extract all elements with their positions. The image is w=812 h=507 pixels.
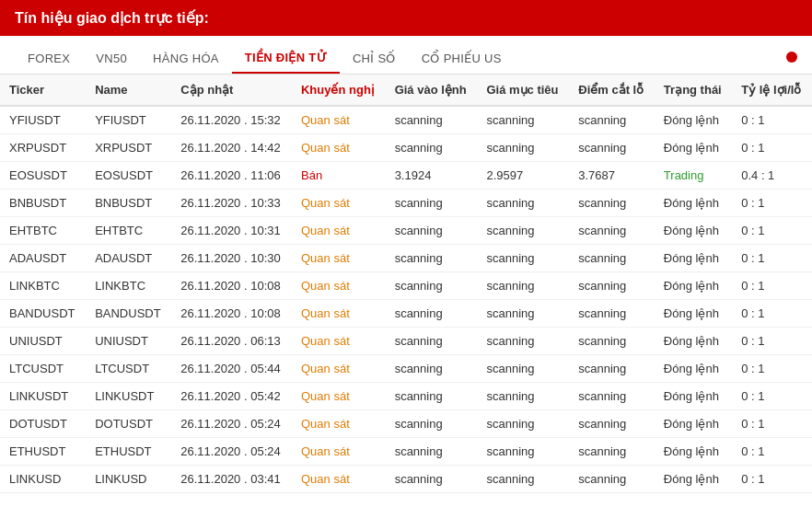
cell-diemCatLo: scanning	[569, 245, 655, 272]
tab-vn50[interactable]: VN50	[83, 44, 140, 73]
cell-ticker: ADAUSDT	[0, 245, 86, 272]
cell-tyLeLoiLo: 0 : 1	[732, 217, 812, 245]
cell-name: LINKBTC	[86, 272, 171, 300]
cell-tyLeLoiLo: 0 : 1	[732, 466, 812, 493]
cell-khuyenNghi: Quan sát	[292, 466, 386, 493]
cell-tyLeLoiLo: 0 : 1	[732, 106, 812, 134]
table-row[interactable]: BNBUSDTBNBUSDT26.11.2020 . 10:33Quan sát…	[0, 190, 812, 217]
cell-diemCatLo: scanning	[569, 217, 655, 245]
table-row[interactable]: LTCUSDTLTCUSDT26.11.2020 . 05:44Quan sát…	[0, 355, 812, 383]
cell-trangThai: Trading	[655, 162, 732, 190]
cell-trangThai: Đóng lệnh	[655, 328, 732, 355]
cell-khuyenNghi: Quan sát	[292, 438, 386, 466]
cell-name: EHTBTC	[86, 217, 171, 245]
cell-diemCatLo: 3.7687	[569, 162, 655, 190]
col-header-trangThai: Trạng thái	[655, 75, 732, 106]
cell-giaMucTieu: scanning	[477, 134, 569, 162]
cell-giaVaoLenh: 3.1924	[386, 162, 478, 190]
table-row[interactable]: EHTBTCEHTBTC26.11.2020 . 10:31Quan sátsc…	[0, 217, 812, 245]
cell-name: XRPUSDT	[86, 134, 171, 162]
cell-capNhat: 26.11.2020 . 05:24	[171, 410, 292, 438]
cell-diemCatLo: scanning	[569, 272, 655, 300]
table-row[interactable]: DOTUSDTDOTUSDT26.11.2020 . 05:24Quan sát…	[0, 410, 812, 438]
cell-capNhat: 26.11.2020 . 10:30	[171, 245, 292, 272]
col-header-tyLeLoiLo: Tỷ lệ lợi/lỗ	[732, 75, 812, 106]
table-row[interactable]: LINKUSDLINKUSD26.11.2020 . 03:41Quan sát…	[0, 466, 812, 493]
cell-tyLeLoiLo: 0 : 1	[732, 300, 812, 328]
live-indicator	[786, 52, 797, 63]
col-header-name: Name	[86, 75, 171, 106]
table-row[interactable]: XRPUSDTXRPUSDT26.11.2020 . 14:42Quan sát…	[0, 134, 812, 162]
cell-giaVaoLenh: scanning	[386, 438, 478, 466]
cell-giaVaoLenh: scanning	[386, 217, 478, 245]
cell-tyLeLoiLo: 0 : 1	[732, 355, 812, 383]
cell-giaMucTieu: 2.9597	[477, 162, 569, 190]
cell-name: DOTUSDT	[86, 410, 171, 438]
cell-capNhat: 26.11.2020 . 05:42	[171, 383, 292, 410]
tab-chiSo[interactable]: CHỈ SỐ	[340, 44, 409, 73]
table-row[interactable]: ADAUSDTADAUSDT26.11.2020 . 10:30Quan sát…	[0, 245, 812, 272]
cell-giaVaoLenh: scanning	[386, 272, 478, 300]
cell-capNhat: 26.11.2020 . 10:08	[171, 300, 292, 328]
cell-trangThai: Đóng lệnh	[655, 438, 732, 466]
cell-giaVaoLenh: scanning	[386, 134, 478, 162]
cell-giaMucTieu: scanning	[477, 217, 569, 245]
cell-giaMucTieu: scanning	[477, 410, 569, 438]
cell-trangThai: Đóng lệnh	[655, 300, 732, 328]
cell-khuyenNghi: Quan sát	[292, 355, 386, 383]
cell-giaVaoLenh: scanning	[386, 106, 478, 134]
cell-giaMucTieu: scanning	[477, 190, 569, 217]
cell-name: LTCUSDT	[86, 355, 171, 383]
table-row[interactable]: LINKUSDTLINKUSDT26.11.2020 . 05:42Quan s…	[0, 383, 812, 410]
cell-khuyenNghi: Quan sát	[292, 300, 386, 328]
table-head: TickerNameCập nhậtKhuyến nghịGiá vào lện…	[0, 75, 812, 106]
cell-ticker: BNBUSDT	[0, 190, 86, 217]
cell-giaMucTieu: scanning	[477, 272, 569, 300]
cell-capNhat: 26.11.2020 . 03:41	[171, 466, 292, 493]
cell-name: BNBUSDT	[86, 190, 171, 217]
cell-capNhat: 26.11.2020 . 10:31	[171, 217, 292, 245]
tab-forex[interactable]: FOREX	[15, 44, 83, 73]
table-container: TickerNameCập nhậtKhuyến nghịGiá vào lện…	[0, 75, 812, 493]
cell-name: YFIUSDT	[86, 106, 171, 134]
table-row[interactable]: YFIUSDTYFIUSDT26.11.2020 . 15:32Quan sát…	[0, 106, 812, 134]
col-header-khuyenNghi: Khuyến nghị	[292, 75, 386, 106]
col-header-capNhat: Cập nhật	[171, 75, 292, 106]
table-row[interactable]: ETHUSDTETHUSDT26.11.2020 . 05:24Quan sát…	[0, 438, 812, 466]
cell-trangThai: Đóng lệnh	[655, 410, 732, 438]
cell-tyLeLoiLo: 0 : 1	[732, 134, 812, 162]
cell-ticker: BANDUSDT	[0, 300, 86, 328]
signals-table: TickerNameCập nhậtKhuyến nghịGiá vào lện…	[0, 75, 812, 493]
cell-giaMucTieu: scanning	[477, 355, 569, 383]
tab-tienDienTu[interactable]: TIỀN ĐIỆN TỬ	[232, 43, 340, 74]
tab-hangHoa[interactable]: HÀNG HÓA	[140, 44, 232, 73]
cell-trangThai: Đóng lệnh	[655, 106, 732, 134]
cell-giaVaoLenh: scanning	[386, 245, 478, 272]
cell-diemCatLo: scanning	[569, 410, 655, 438]
cell-giaMucTieu: scanning	[477, 383, 569, 410]
cell-khuyenNghi: Quan sát	[292, 134, 386, 162]
cell-capNhat: 26.11.2020 . 10:33	[171, 190, 292, 217]
cell-diemCatLo: scanning	[569, 355, 655, 383]
cell-giaMucTieu: scanning	[477, 245, 569, 272]
table-row[interactable]: LINKBTCLINKBTC26.11.2020 . 10:08Quan sát…	[0, 272, 812, 300]
table-row[interactable]: UNIUSDTUNIUSDT26.11.2020 . 06:13Quan sát…	[0, 328, 812, 355]
cell-capNhat: 26.11.2020 . 05:24	[171, 438, 292, 466]
cell-giaMucTieu: scanning	[477, 466, 569, 493]
tab-coPhieuUS[interactable]: CỔ PHIẾU US	[409, 44, 515, 73]
cell-ticker: XRPUSDT	[0, 134, 86, 162]
table-body: YFIUSDTYFIUSDT26.11.2020 . 15:32Quan sát…	[0, 106, 812, 493]
cell-tyLeLoiLo: 0 : 1	[732, 438, 812, 466]
cell-khuyenNghi: Quan sát	[292, 272, 386, 300]
cell-giaVaoLenh: scanning	[386, 383, 478, 410]
cell-capNhat: 26.11.2020 . 06:13	[171, 328, 292, 355]
cell-trangThai: Đóng lệnh	[655, 190, 732, 217]
cell-diemCatLo: scanning	[569, 328, 655, 355]
cell-giaMucTieu: scanning	[477, 438, 569, 466]
table-row[interactable]: BANDUSDTBANDUSDT26.11.2020 . 10:08Quan s…	[0, 300, 812, 328]
cell-khuyenNghi: Quan sát	[292, 410, 386, 438]
cell-capNhat: 26.11.2020 . 15:32	[171, 106, 292, 134]
cell-diemCatLo: scanning	[569, 438, 655, 466]
table-row[interactable]: EOSUSDTEOSUSDT26.11.2020 . 11:06Bán3.192…	[0, 162, 812, 190]
cell-giaVaoLenh: scanning	[386, 190, 478, 217]
